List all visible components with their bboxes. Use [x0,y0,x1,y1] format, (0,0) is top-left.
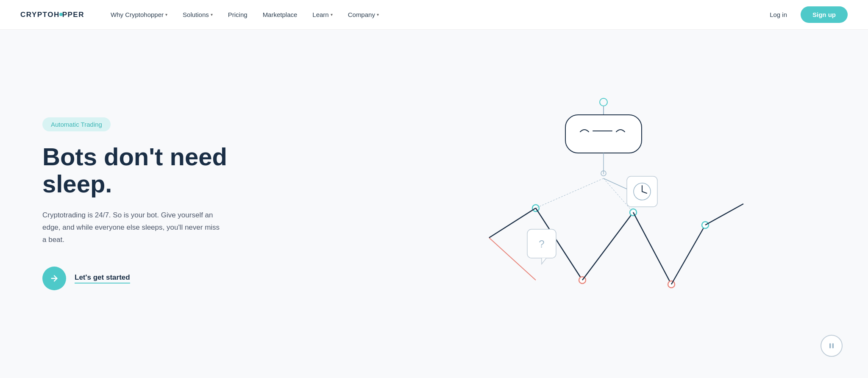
svg-line-24 [536,178,604,208]
logo[interactable]: CRYPTOHPPER [20,11,84,19]
pause-icon [827,342,836,350]
chevron-down-icon: ▾ [165,12,167,17]
nav-item-marketplace[interactable]: Marketplace [257,8,303,22]
logo-dot-icon [59,13,63,16]
hero-badge: Automatic Trading [42,117,111,131]
cta-link[interactable]: Let's get started [75,273,130,284]
signup-button[interactable]: Sign up [801,6,848,23]
main-nav: CRYPTOHPPER Why Cryptohopper ▾ Solutions… [0,0,868,30]
hero-svg: ? [468,77,765,331]
cta-arrow-button[interactable] [42,267,66,290]
nav-item-learn[interactable]: Learn ▾ [306,8,338,22]
svg-line-19 [633,212,671,284]
svg-rect-3 [565,115,642,153]
svg-line-11 [604,178,627,189]
hero-content: Automatic Trading Bots don't need sleep.… [42,117,263,290]
svg-rect-29 [832,343,834,348]
svg-text:?: ? [539,238,544,250]
chevron-down-icon: ▾ [331,12,333,17]
pause-button[interactable] [821,335,843,357]
svg-rect-28 [829,343,831,348]
nav-item-why[interactable]: Why Cryptohopper ▾ [105,8,173,22]
nav-links: Why Cryptohopper ▾ Solutions ▾ Pricing M… [105,8,763,22]
logo-text: CRYPTOHPPER [20,11,84,19]
svg-line-21 [671,225,705,284]
chevron-down-icon: ▾ [377,12,379,17]
nav-right: Log in Sign up [763,6,848,23]
hero-description: Cryptotrading is 24/7. So is your bot. G… [42,209,225,246]
chevron-down-icon: ▾ [211,12,213,17]
nav-item-pricing[interactable]: Pricing [222,8,253,22]
cta-row: Let's get started [42,267,263,290]
svg-point-1 [600,98,607,106]
nav-item-solutions[interactable]: Solutions ▾ [177,8,219,22]
hero-title: Bots don't need sleep. [42,143,263,197]
hero-illustration: ? [364,30,868,378]
arrow-right-icon [50,274,59,283]
nav-item-company[interactable]: Company ▾ [342,8,385,22]
svg-line-17 [582,212,633,280]
hero-section: Automatic Trading Bots don't need sleep.… [0,30,868,378]
login-button[interactable]: Log in [763,8,794,22]
svg-line-23 [705,204,743,225]
